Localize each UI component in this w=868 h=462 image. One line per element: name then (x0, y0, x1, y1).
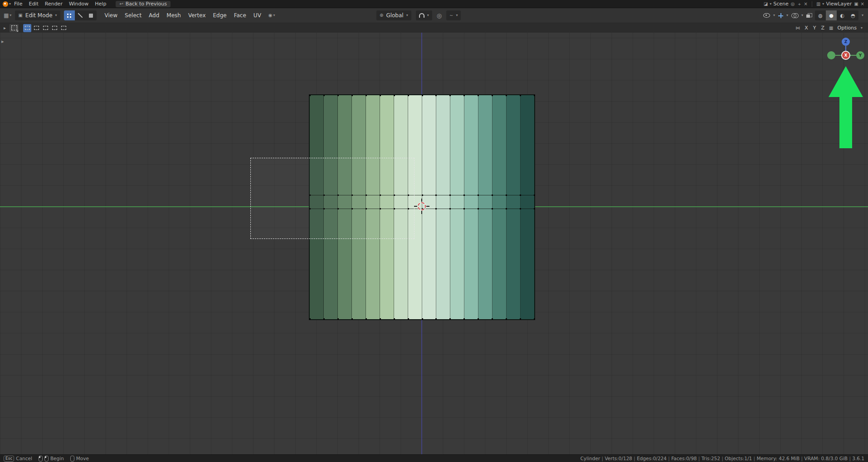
status-stat: Objects:1/1 (725, 456, 752, 461)
options-chevron-icon[interactable]: ▾ (861, 26, 863, 30)
orientation-label: Global (386, 12, 403, 19)
viewlayer-selector[interactable]: ▥ ▾ ViewLayer (816, 1, 852, 7)
select-mode-invert-button[interactable] (50, 24, 59, 32)
vertex-select-button[interactable] (64, 10, 75, 20)
vertex-dot (380, 318, 381, 320)
editor-type-icon[interactable]: ▦ (4, 13, 9, 18)
mirror-y-toggle[interactable]: Y (813, 25, 817, 31)
vertex-dot (449, 318, 451, 320)
menu-uv[interactable]: UV (250, 12, 265, 19)
vertex-dot (449, 95, 451, 96)
viewport-3d[interactable]: ▸ Z Y X (0, 33, 868, 454)
vertex-dot (534, 208, 535, 209)
gizmo-axis-x[interactable]: X (841, 51, 850, 60)
topbar: ▾ File Edit Render Window Help ↩ Back to… (0, 0, 868, 8)
snap-dropdown[interactable]: ▾ (416, 10, 432, 20)
statusbar: Esc Cancel Begin Move Cylinder | Verts:0… (0, 454, 868, 462)
gizmo-axis-y[interactable]: Y (856, 51, 864, 59)
back-to-previous-button[interactable]: ↩ Back to Previous (116, 1, 171, 7)
hint-begin: Begin (39, 456, 64, 462)
menu-add[interactable]: Add (145, 12, 163, 19)
toolbar-expand-icon[interactable]: ▸ (1, 39, 4, 44)
shading-material-button[interactable]: ◐ (837, 10, 848, 20)
menu-help[interactable]: Help (92, 0, 109, 8)
select-mode-intersect-button[interactable] (59, 24, 68, 32)
shading-solid-button[interactable]: ● (826, 10, 837, 20)
gizmo-axis-z[interactable]: Z (842, 38, 850, 46)
select-mode-extend-button[interactable] (32, 24, 40, 32)
mode-dropdown[interactable]: ▣ Edit Mode ▾ (15, 10, 60, 20)
shading-chevron-icon[interactable]: ▾ (862, 14, 863, 17)
vertex-dot (478, 195, 479, 196)
options-dropdown[interactable]: Options (838, 25, 857, 31)
visibility-icon[interactable] (763, 13, 770, 18)
menu-file[interactable]: File (11, 0, 25, 8)
vertex-dot (506, 318, 507, 320)
active-tool-box-select-button[interactable] (10, 24, 19, 32)
annotation-arrow (824, 60, 868, 151)
mirror-z-toggle[interactable]: Z (821, 25, 825, 31)
vertex-dot (520, 195, 521, 196)
box-select-tool-icon (11, 25, 17, 30)
pivot-point-icon[interactable]: ◉ (268, 13, 273, 18)
editor-type-chevron-icon[interactable]: ▾ (10, 14, 11, 17)
blender-logo-icon[interactable] (3, 1, 8, 7)
mouse-lmb-icon (39, 456, 43, 462)
shading-mode-group: ◍ ● ◐ ◓ (815, 10, 858, 20)
vertex-dot (408, 95, 409, 96)
tool-settings-expand-icon[interactable]: ▸ (4, 26, 6, 30)
menu-edge[interactable]: Edge (210, 12, 230, 19)
gizmo-axis-y-neg[interactable] (827, 51, 835, 59)
menu-render[interactable]: Render (42, 0, 66, 8)
proportional-falloff-dropdown[interactable]: ∼ ▾ (446, 10, 461, 20)
vertex-dot (422, 95, 423, 96)
proportional-edit-icon[interactable]: ◎ (437, 13, 442, 19)
cursor-tick-icon (414, 206, 417, 207)
viewlayer-name: ViewLayer (826, 1, 852, 7)
scene-selector[interactable]: ◪ ▾ Scene (764, 1, 789, 7)
snap-grid-icon[interactable]: ▦ (829, 26, 833, 30)
new-viewlayer-icon[interactable]: ▣ (854, 2, 858, 6)
select-mode-subtract-button[interactable] (41, 24, 49, 32)
vertex-dot (463, 195, 465, 196)
select-op-mode-group (23, 24, 68, 32)
show-overlays-icon[interactable] (791, 13, 798, 18)
mirror-icon: ⋈ (795, 26, 800, 30)
menu-view[interactable]: View (101, 12, 121, 19)
vertex-dot (449, 208, 451, 209)
hint-move-label: Move (76, 456, 89, 461)
select-set-icon (25, 26, 30, 30)
viewport-header: ▦ ▾ ▣ Edit Mode ▾ View Select Add Mesh V… (0, 8, 868, 23)
menu-window[interactable]: Window (66, 0, 92, 8)
overlays-chevron-icon[interactable]: ▾ (801, 14, 803, 17)
visibility-chevron-icon[interactable]: ▾ (773, 14, 775, 17)
pivot-point-chevron-icon[interactable]: ▾ (273, 14, 275, 17)
menu-face[interactable]: Face (230, 12, 250, 19)
menu-mesh[interactable]: Mesh (163, 12, 185, 19)
shading-rendered-button[interactable]: ◓ (848, 10, 858, 20)
menu-select[interactable]: Select (121, 12, 145, 19)
new-scene-icon[interactable]: ＋ (797, 2, 802, 6)
show-gizmo-icon[interactable] (778, 13, 783, 18)
face-select-button[interactable] (86, 10, 97, 20)
vertex-dot (492, 208, 493, 209)
pin-scene-icon[interactable]: ◎ (791, 2, 795, 6)
falloff-curve-icon: ∼ (449, 13, 453, 18)
gizmo-chevron-icon[interactable]: ▾ (786, 14, 788, 17)
mirror-x-toggle[interactable]: X (804, 25, 809, 31)
remove-viewlayer-icon[interactable]: × (861, 2, 864, 6)
menu-edit[interactable]: Edit (25, 0, 41, 8)
unlink-scene-icon[interactable]: × (804, 2, 808, 6)
xray-toggle-icon[interactable] (806, 13, 812, 18)
vertex-dot (534, 195, 535, 196)
vertex-dot (394, 318, 395, 320)
vertex-dot (520, 208, 521, 209)
menu-vertex[interactable]: Vertex (185, 12, 210, 19)
orientation-dropdown[interactable]: ⊕ Global ▾ (376, 10, 411, 20)
edge-select-button[interactable] (75, 10, 86, 20)
select-mode-set-button[interactable] (23, 24, 31, 32)
hint-cancel-label: Cancel (16, 456, 32, 461)
vertex-dot (435, 95, 437, 96)
shading-wireframe-button[interactable]: ◍ (815, 10, 826, 20)
vertex-dot (337, 318, 339, 320)
